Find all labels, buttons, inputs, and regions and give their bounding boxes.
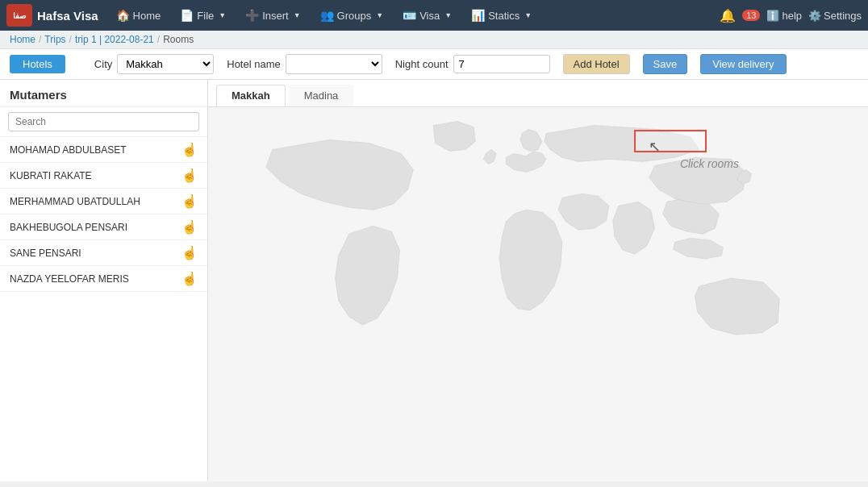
app-title: Hafsa Visa [37, 9, 98, 23]
click-rooms-text: Click rooms [680, 157, 739, 170]
hotel-name-group: Hotel name [227, 54, 382, 74]
navbar: صفا Hafsa Visa 🏠 Home 📄 File ▼ ➕ Insert … [0, 0, 868, 31]
mutamer-name: SANE PENSARI [10, 248, 81, 259]
notification-bell[interactable]: 🔔 [720, 8, 736, 23]
breadcrumb-trips[interactable]: Trips [44, 34, 65, 45]
hotels-toolbar: Hotels City Makkah Madina Hotel name Nig… [0, 49, 868, 80]
file-chevron: ▼ [219, 11, 226, 19]
visa-chevron: ▼ [444, 11, 452, 19]
nav-groups[interactable]: 👥 Groups ▼ [312, 6, 392, 25]
nav-visa[interactable]: 🪪 Visa ▼ [394, 6, 460, 25]
view-delivery-button[interactable]: View delivery [700, 54, 786, 74]
breadcrumb: Home / Trips / trip 1 | 2022-08-21 / Roo… [0, 31, 868, 49]
night-count-group: Night count 7 [395, 55, 550, 73]
list-item[interactable]: MERHAMMAD UBATDULLAH ☝ [0, 189, 207, 214]
nav-file[interactable]: 📄 File ▼ [172, 6, 234, 25]
groups-icon: 👥 [320, 9, 334, 22]
list-item[interactable]: BAKHEBUGOLA PENSARI ☝ [0, 214, 207, 240]
mutamer-list: MOHAMAD ABDULBASET ☝ KUBRATI RAKATE ☝ ME… [0, 137, 207, 481]
breadcrumb-rooms: Rooms [163, 34, 194, 45]
assign-icon[interactable]: ☝ [182, 142, 198, 157]
assign-icon[interactable]: ☝ [182, 194, 198, 209]
insert-chevron: ▼ [294, 11, 301, 19]
world-map [208, 107, 868, 481]
hotels-tab[interactable]: Hotels [10, 55, 65, 73]
navbar-right: 🔔 13 ℹ️ help ⚙️ Settings [720, 8, 862, 23]
list-item[interactable]: MOHAMAD ABDULBASET ☝ [0, 137, 207, 163]
tab-makkah[interactable]: Makkah [216, 85, 286, 106]
groups-chevron: ▼ [376, 11, 383, 19]
search-input[interactable] [8, 112, 199, 131]
file-icon: 📄 [180, 9, 194, 22]
breadcrumb-sep2: / [69, 34, 72, 45]
assign-icon[interactable]: ☝ [182, 245, 198, 260]
notification-badge: 13 [742, 10, 760, 21]
sidebar-title: Mutamers [0, 80, 207, 107]
hotel-name-select[interactable] [286, 54, 382, 74]
nav-home[interactable]: 🏠 Home [108, 6, 169, 25]
breadcrumb-sep1: / [39, 34, 41, 45]
list-item[interactable]: KUBRATI RAKATE ☝ [0, 163, 207, 189]
city-select[interactable]: Makkah Madina [117, 54, 214, 74]
save-button[interactable]: Save [643, 54, 688, 74]
tab-bar: Makkah Madina [208, 80, 868, 107]
mutamer-name: KUBRATI RAKATE [10, 170, 92, 181]
breadcrumb-home[interactable]: Home [10, 34, 35, 45]
night-count-input[interactable]: 7 [453, 55, 550, 73]
breadcrumb-trip[interactable]: trip 1 | 2022-08-21 [75, 34, 154, 45]
settings-button[interactable]: ⚙️ Settings [808, 10, 862, 22]
hotel-name-label: Hotel name [227, 58, 280, 70]
assign-icon[interactable]: ☝ [182, 168, 198, 183]
city-group: City Makkah Madina [94, 54, 214, 74]
add-hotel-button[interactable]: Add Hotel [563, 54, 630, 74]
cursor-indicator: ↖ [649, 138, 661, 151]
nav-insert[interactable]: ➕ Insert ▼ [237, 6, 308, 25]
search-box [0, 107, 207, 137]
mutamer-name: NAZDA YEELOFAR MERIS [10, 273, 129, 285]
info-icon: ℹ️ [766, 10, 779, 22]
breadcrumb-sep3: / [157, 34, 160, 45]
statics-icon: 📊 [471, 9, 485, 22]
assign-icon[interactable]: ☝ [182, 219, 198, 235]
brand: صفا Hafsa Visa [6, 4, 98, 27]
home-icon: 🏠 [116, 9, 130, 22]
mutamer-name: MERHAMMAD UBATDULLAH [10, 196, 140, 207]
sidebar: Mutamers MOHAMAD ABDULBASET ☝ KUBRATI RA… [0, 80, 208, 481]
visa-icon: 🪪 [403, 9, 416, 22]
list-item[interactable]: SANE PENSARI ☝ [0, 240, 207, 266]
statics-chevron: ▼ [524, 11, 532, 19]
right-panel: Makkah Madina [208, 80, 868, 481]
help-button[interactable]: ℹ️ help [766, 10, 802, 22]
logo-icon: صفا [6, 4, 32, 27]
list-item[interactable]: NAZDA YEELOFAR MERIS ☝ [0, 266, 207, 292]
insert-icon: ➕ [245, 9, 259, 22]
mutamer-name: MOHAMAD ABDULBASET [10, 144, 127, 156]
main-content: Mutamers MOHAMAD ABDULBASET ☝ KUBRATI RA… [0, 80, 868, 481]
city-label: City [94, 58, 112, 70]
assign-icon[interactable]: ☝ [182, 271, 198, 286]
map-area: ↖ Click rooms [208, 107, 868, 481]
click-rooms-box[interactable] [634, 130, 707, 152]
night-count-label: Night count [395, 58, 449, 70]
gear-icon: ⚙️ [808, 10, 821, 22]
mutamer-name: BAKHEBUGOLA PENSARI [10, 222, 127, 233]
nav-statics[interactable]: 📊 Statics ▼ [463, 6, 540, 25]
tab-madina[interactable]: Madina [289, 85, 354, 106]
